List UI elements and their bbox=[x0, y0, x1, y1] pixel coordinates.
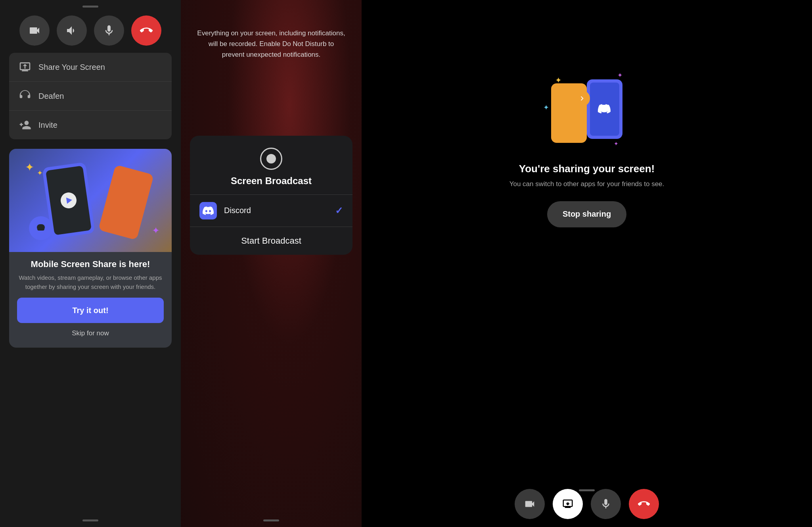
call-controls bbox=[11, 15, 169, 46]
broadcast-header: Screen Broadcast bbox=[190, 136, 352, 195]
menu-item-share-screen[interactable]: Share Your Screen bbox=[9, 53, 172, 82]
end-call-icon bbox=[140, 24, 153, 37]
right-mic-button[interactable] bbox=[591, 489, 621, 519]
share-star-4: ✦ bbox=[543, 103, 549, 112]
mascot bbox=[29, 216, 53, 240]
share-screen-icon bbox=[19, 61, 31, 73]
promo-title: Mobile Screen Share is here! bbox=[23, 252, 158, 273]
stop-sharing-button[interactable]: Stop sharing bbox=[547, 201, 626, 227]
phone-back bbox=[98, 165, 154, 240]
menu-label-deafen: Deafen bbox=[38, 92, 64, 101]
right-end-call-icon bbox=[638, 498, 650, 510]
camera-icon bbox=[28, 24, 41, 37]
phone-front-inner bbox=[46, 165, 92, 235]
right-screen-share-icon bbox=[562, 498, 574, 510]
discord-icon-wrapper bbox=[199, 202, 217, 219]
camera-button[interactable] bbox=[19, 15, 50, 46]
skip-for-now-link[interactable]: Skip for now bbox=[69, 327, 111, 340]
try-it-out-button[interactable]: Try it out! bbox=[17, 298, 164, 323]
right-call-controls bbox=[515, 489, 659, 519]
promo-illustration: ✦ ✦ ✦ ✦ ✦ bbox=[9, 149, 172, 252]
record-dot bbox=[266, 154, 276, 163]
right-end-call-button[interactable] bbox=[629, 489, 659, 519]
broadcast-title: Screen Broadcast bbox=[231, 175, 312, 187]
arrow-icon bbox=[578, 94, 586, 103]
discord-logo-icon bbox=[203, 205, 214, 216]
discord-option-label: Discord bbox=[224, 206, 335, 215]
panel-middle: Everything on your screen, including not… bbox=[181, 0, 362, 527]
promo-description: Watch videos, stream gameplay, or browse… bbox=[9, 273, 172, 298]
right-screen-share-button[interactable] bbox=[553, 489, 583, 519]
end-call-button[interactable] bbox=[131, 15, 161, 46]
menu-label-share-screen: Share Your Screen bbox=[38, 63, 105, 72]
headphone-icon bbox=[19, 90, 31, 102]
sharing-title: You're sharing your screen! bbox=[519, 163, 655, 175]
share-phone-front bbox=[587, 79, 622, 139]
drag-indicator-middle-bottom bbox=[263, 519, 279, 521]
context-menu: Share Your Screen Deafen Invite bbox=[9, 53, 172, 139]
discord-phone-icon bbox=[598, 102, 612, 116]
share-star-3: ✦ bbox=[614, 140, 619, 147]
menu-label-invite: Invite bbox=[38, 121, 57, 130]
right-camera-icon bbox=[524, 498, 536, 510]
menu-item-invite[interactable]: Invite bbox=[9, 111, 172, 139]
mic-icon bbox=[103, 24, 115, 37]
sharing-description: You can switch to other apps for your fr… bbox=[486, 179, 688, 189]
menu-item-deafen[interactable]: Deafen bbox=[9, 82, 172, 111]
speaker-icon bbox=[65, 24, 78, 37]
panel-right: ✦ ✦ ✦ ✦ You're sharing your screen! You … bbox=[362, 0, 812, 527]
right-mic-icon bbox=[600, 498, 612, 510]
panel-left: Share Your Screen Deafen Invite ✦ ✦ ✦ ✦ … bbox=[0, 0, 181, 527]
play-button-icon bbox=[59, 191, 77, 209]
mic-button[interactable] bbox=[94, 15, 124, 46]
record-icon bbox=[260, 148, 282, 170]
checkmark-icon: ✓ bbox=[335, 205, 343, 216]
promo-card: ✦ ✦ ✦ ✦ ✦ bbox=[9, 149, 172, 348]
share-phone-front-inner bbox=[590, 83, 619, 136]
speaker-button[interactable] bbox=[57, 15, 87, 46]
broadcast-sheet: Screen Broadcast Discord ✓ Start Broadca… bbox=[190, 136, 352, 255]
panel-middle-background bbox=[181, 0, 362, 527]
share-arrow-icon bbox=[574, 90, 590, 106]
drag-indicator-top bbox=[82, 6, 98, 8]
sharing-illustration: ✦ ✦ ✦ ✦ bbox=[547, 79, 626, 151]
share-star-2: ✦ bbox=[617, 71, 622, 79]
svg-rect-2 bbox=[37, 224, 45, 231]
invite-icon bbox=[19, 119, 31, 131]
start-broadcast-button[interactable]: Start Broadcast bbox=[190, 227, 352, 255]
broadcast-option-discord[interactable]: Discord ✓ bbox=[190, 195, 352, 227]
drag-indicator-bottom bbox=[82, 519, 98, 521]
phone-stack bbox=[27, 157, 154, 244]
right-camera-button[interactable] bbox=[515, 489, 545, 519]
broadcast-info-text: Everything on your screen, including not… bbox=[181, 0, 362, 72]
mascot-icon bbox=[34, 221, 48, 235]
